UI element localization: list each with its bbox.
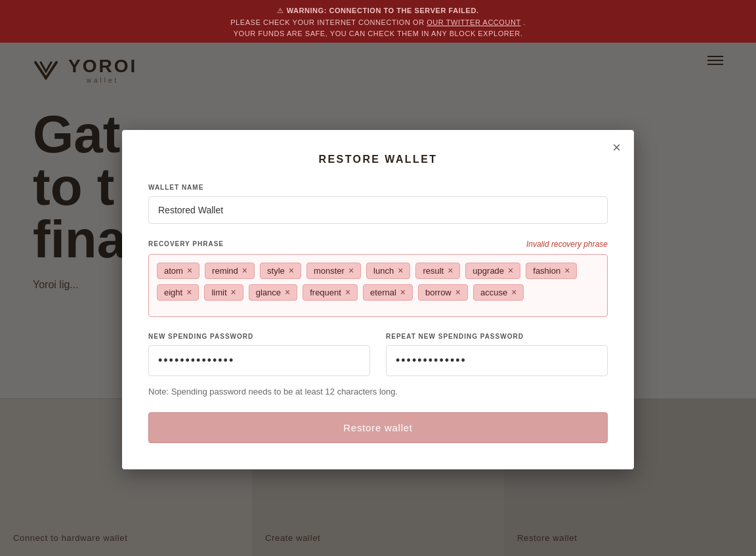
repeat-password-input[interactable] <box>386 345 608 376</box>
recovery-phrase-tags-container[interactable]: atom×remind×style×monster×lunch×result×u… <box>148 254 608 317</box>
recovery-phrase-tag[interactable]: eight× <box>157 284 199 301</box>
warning-banner: ⚠ WARNING: CONNECTION TO THE SERVER FAIL… <box>0 0 756 45</box>
warning-line2-suffix: . <box>523 18 526 26</box>
tag-remove-button[interactable]: × <box>289 266 294 275</box>
tag-text: borrow <box>425 288 452 297</box>
wallet-name-input[interactable] <box>148 196 608 224</box>
tag-remove-button[interactable]: × <box>348 266 354 275</box>
modal-overlay: RESTORE WALLET × WALLET NAME RECOVERY PH… <box>0 43 756 556</box>
repeat-password-label: REPEAT NEW SPENDING PASSWORD <box>386 333 608 340</box>
tag-remove-button[interactable]: × <box>508 266 513 275</box>
tag-remove-button[interactable]: × <box>448 266 453 275</box>
tag-text: result <box>423 266 444 276</box>
tag-text: eight <box>164 288 182 297</box>
tag-remove-button[interactable]: × <box>242 266 247 275</box>
recovery-phrase-tag[interactable]: result× <box>415 263 460 279</box>
tag-remove-button[interactable]: × <box>564 266 570 275</box>
tag-text: upgrade <box>472 266 504 276</box>
tag-text: eternal <box>370 288 396 297</box>
recovery-phrase-tag[interactable]: monster× <box>306 263 361 279</box>
recovery-phrase-tag[interactable]: accuse× <box>473 284 524 301</box>
tag-remove-button[interactable]: × <box>285 288 290 297</box>
close-button[interactable]: × <box>612 140 621 155</box>
tag-text: fashion <box>533 266 560 276</box>
tag-text: atom <box>164 266 183 276</box>
recovery-phrase-tag[interactable]: eternal× <box>363 284 413 301</box>
warning-line2-prefix: PLEASE CHECK YOUR INTERNET CONNECTION OR <box>230 18 427 26</box>
recovery-phrase-tag[interactable]: atom× <box>157 263 200 279</box>
tag-text: monster <box>314 266 345 276</box>
note-text: Note: Spending password needs to be at l… <box>148 387 608 396</box>
recovery-phrase-tag[interactable]: limit× <box>204 284 243 301</box>
recovery-phrase-tag[interactable]: lunch× <box>366 263 410 279</box>
tag-text: style <box>267 266 285 276</box>
tag-remove-button[interactable]: × <box>400 288 406 297</box>
recovery-phrase-tag[interactable]: fashion× <box>526 263 577 279</box>
tag-text: glance <box>256 288 281 297</box>
tag-text: frequent <box>310 288 341 297</box>
recovery-phrase-tag[interactable]: style× <box>260 263 301 279</box>
tag-text: limit <box>211 288 226 297</box>
recovery-phrase-tag[interactable]: glance× <box>249 284 298 301</box>
restore-wallet-button[interactable]: Restore wallet <box>148 412 608 443</box>
warning-line3: YOUR FUNDS ARE SAFE, YOU CAN CHECK THEM … <box>234 30 523 37</box>
wallet-name-label: WALLET NAME <box>148 184 608 191</box>
tag-remove-button[interactable]: × <box>345 288 350 297</box>
warning-title: WARNING: CONNECTION TO THE SERVER FAILED… <box>287 7 479 14</box>
tag-remove-button[interactable]: × <box>187 266 192 275</box>
repeat-password-field: REPEAT NEW SPENDING PASSWORD <box>386 333 608 376</box>
tag-remove-button[interactable]: × <box>186 288 192 297</box>
tag-remove-button[interactable]: × <box>398 266 403 275</box>
new-password-label: NEW SPENDING PASSWORD <box>148 333 370 340</box>
tag-text: accuse <box>480 288 507 297</box>
recovery-phrase-tag[interactable]: borrow× <box>418 284 468 301</box>
modal-title: RESTORE WALLET <box>148 154 608 165</box>
restore-wallet-modal: RESTORE WALLET × WALLET NAME RECOVERY PH… <box>122 130 634 469</box>
warning-icon: ⚠ <box>277 7 284 14</box>
new-password-input[interactable] <box>148 345 370 376</box>
recovery-phrase-tag[interactable]: upgrade× <box>465 263 520 279</box>
tag-remove-button[interactable]: × <box>455 288 461 297</box>
tag-text: lunch <box>373 266 394 276</box>
recovery-phrase-tag[interactable]: remind× <box>205 263 255 279</box>
warning-twitter-link[interactable]: OUR TWITTER ACCOUNT <box>427 18 520 26</box>
tag-remove-button[interactable]: × <box>511 288 516 297</box>
tag-text: remind <box>212 266 238 276</box>
app-background: YOROI wallet Gatto tfina Yoroi lig... Co… <box>0 43 756 556</box>
password-row: NEW SPENDING PASSWORD REPEAT NEW SPENDIN… <box>148 333 608 376</box>
recovery-phrase-tag[interactable]: frequent× <box>303 284 358 301</box>
tag-remove-button[interactable]: × <box>231 288 236 297</box>
recovery-phrase-label: RECOVERY PHRASE <box>148 240 224 247</box>
invalid-phrase-text: Invalid recovery phrase <box>526 240 608 249</box>
new-password-field: NEW SPENDING PASSWORD <box>148 333 370 376</box>
